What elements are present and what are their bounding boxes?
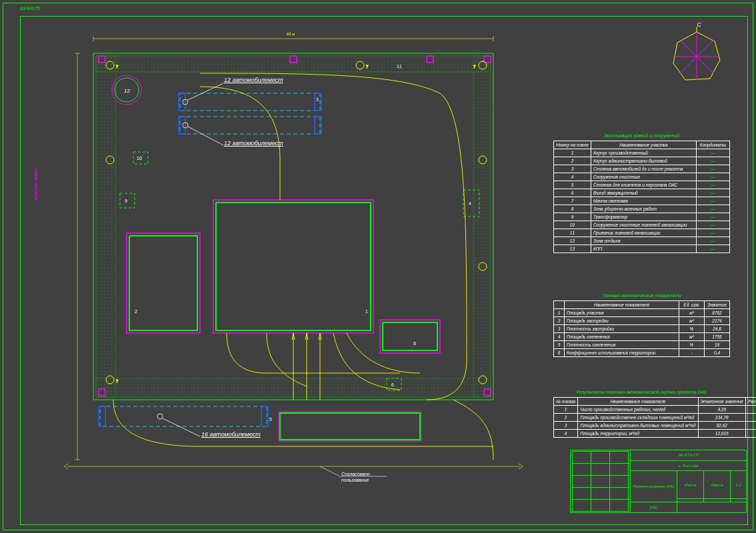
svg-rect-9: [96, 56, 116, 397]
svg-rect-20: [383, 322, 437, 350]
tep-table: Технико-экономические показатели Наимено…: [553, 293, 730, 357]
svg-text:2: 2: [135, 309, 137, 314]
annot-parking-12a: 12 автомобилемест: [224, 77, 283, 83]
svg-point-65: [157, 414, 163, 419]
results-table: Результаты технико-экономической оценки …: [553, 390, 730, 438]
tb-bottom: ГЛС: [631, 502, 677, 513]
tep-title: Технико-экономические показатели: [553, 293, 730, 298]
svg-rect-31: [179, 117, 185, 134]
svg-text:1: 1: [365, 309, 368, 314]
svg-rect-13: [380, 320, 440, 353]
results-title: Результаты технико-экономической оценки …: [553, 390, 730, 394]
svg-rect-29: [179, 93, 185, 111]
svg-rect-27: [180, 117, 320, 134]
title-block: 34.0/ТЗ-ГП г. Росслав Проектирование ОАС…: [570, 450, 747, 513]
explication-title: Экспликация зданий и сооружений: [553, 133, 730, 138]
svg-line-66: [163, 418, 200, 436]
annot-parking-12b: 12 автомобилемест: [224, 140, 283, 147]
svg-rect-8: [96, 56, 491, 72]
svg-line-67: [320, 466, 340, 476]
svg-rect-28: [100, 406, 267, 426]
tb-proj1: Проектирование ОАС: [631, 471, 677, 502]
svg-text:12: 12: [124, 88, 130, 94]
svg-text:9: 9: [125, 199, 127, 203]
svg-text:8: 8: [413, 341, 416, 346]
drawing-number: Ш/4/075: [20, 5, 40, 11]
svg-line-64: [188, 127, 223, 145]
explication-table: Экспликация зданий и сооружений Номер на…: [553, 133, 730, 253]
site-plan: 12 10 9 4 6 5 1 2 3 8: [27, 27, 533, 486]
right-panel: С Экспликация зданий и сооружений Номер …: [553, 20, 747, 513]
svg-text:5: 5: [269, 417, 272, 422]
svg-text:3: 3: [316, 97, 319, 102]
svg-text:6: 6: [391, 382, 394, 387]
svg-text:10: 10: [137, 156, 142, 161]
svg-rect-22: [279, 412, 421, 441]
compass-rose: [667, 27, 727, 87]
svg-rect-26: [180, 93, 320, 111]
svg-line-62: [188, 83, 223, 100]
svg-rect-21: [280, 413, 420, 440]
bottom-note-1: Согласовано: [341, 472, 370, 476]
tb-name: г. Росслав: [631, 460, 747, 471]
svg-text:4: 4: [469, 201, 471, 206]
svg-rect-36: [120, 193, 135, 208]
svg-rect-10: [473, 56, 491, 397]
dim-top: 65 м: [287, 32, 295, 36]
tb-code: 34.0/ТЗ-ГП: [631, 450, 747, 461]
annot-parking-16: 16 автомобилемест: [201, 431, 261, 438]
bottom-note-2: пользование: [341, 478, 369, 482]
svg-text:11: 11: [397, 64, 402, 69]
side-label: красная линия: [33, 169, 38, 200]
